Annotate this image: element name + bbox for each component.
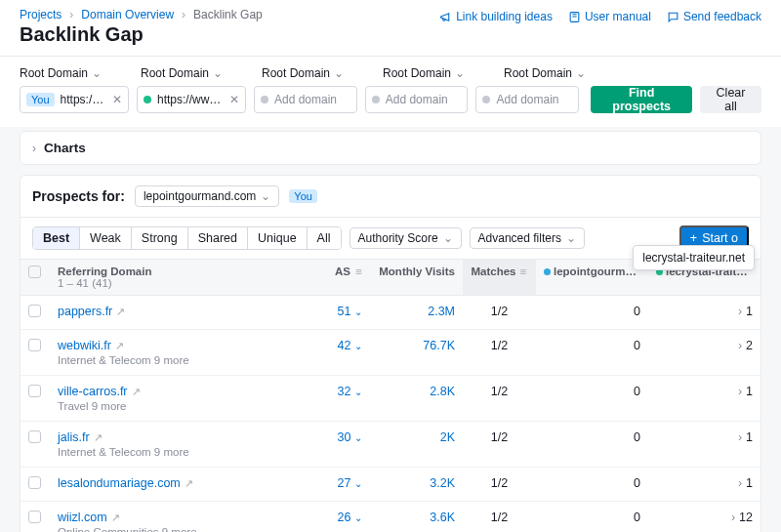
chevron-down-icon: ⌄ (92, 66, 102, 80)
external-link-icon[interactable]: ↗ (185, 477, 193, 489)
competitor1-value: 0 (536, 468, 648, 502)
domain-input-0[interactable]: Youhttps://lep…✕ (20, 86, 129, 113)
visits-value[interactable]: 2.3M (428, 305, 455, 318)
prospects-for-label: Prospects for: (32, 188, 125, 204)
visits-value[interactable]: 2.8K (430, 385, 455, 398)
as-value[interactable]: 26 ⌄ (338, 511, 362, 524)
visits-value[interactable]: 2K (440, 430, 455, 444)
row-checkbox[interactable] (28, 430, 41, 443)
as-value[interactable]: 42 ⌄ (338, 339, 362, 352)
domain-input-1[interactable]: https://www.l…✕ (137, 86, 246, 113)
external-link-icon[interactable]: ↗ (94, 431, 103, 443)
root-domain-label[interactable]: Root Domain⌄ (20, 66, 129, 80)
visits-value[interactable]: 76.7K (423, 339, 455, 352)
advanced-filters[interactable]: Advanced filters⌄ (470, 227, 585, 249)
domain-placeholder: Add domain (274, 93, 350, 106)
link-building-ideas-link[interactable]: Link building ideas (439, 10, 553, 23)
external-link-icon[interactable]: ↗ (132, 386, 141, 397)
clear-all-button[interactable]: Clear all (700, 86, 761, 113)
referring-domain-link[interactable]: webwiki.fr (58, 339, 111, 352)
root-domain-label[interactable]: Root Domain⌄ (383, 66, 492, 80)
prospects-for-value: lepointgourmand.com (144, 189, 256, 203)
chevron-right-icon: › (731, 511, 735, 524)
col-visits[interactable]: Monthly Visits (370, 260, 463, 296)
chevron-right-icon: › (738, 339, 742, 352)
external-link-icon[interactable]: ↗ (116, 306, 125, 317)
competitor2-value[interactable]: ›1 (648, 422, 760, 468)
send-feedback-link[interactable]: Send feedback (667, 10, 761, 23)
charts-label: Charts (44, 141, 86, 155)
prospects-table: Referring Domain1 – 41 (41) AS≡ Monthly … (21, 259, 760, 532)
domain-input-3[interactable]: Add domain (365, 86, 469, 113)
as-value[interactable]: 51 ⌄ (338, 305, 362, 318)
col-competitor-1[interactable]: lepointgourman…≡ (536, 260, 648, 296)
col-referring-domain[interactable]: Referring Domain1 – 41 (41) (50, 260, 311, 296)
chevron-right-icon: › (182, 8, 185, 21)
filter-tab-weak[interactable]: Weak (80, 227, 132, 249)
breadcrumb: Projects › Domain Overview › Backlink Ga… (20, 8, 263, 21)
domain-category: Internet & Telecom 9 more (58, 446, 304, 458)
root-domain-label[interactable]: Root Domain⌄ (262, 66, 371, 80)
plus-icon: + (690, 231, 697, 245)
chevron-right-icon: › (738, 430, 742, 444)
row-checkbox[interactable] (28, 339, 41, 351)
as-value[interactable]: 30 ⌄ (338, 430, 362, 444)
select-all-checkbox[interactable] (28, 266, 41, 278)
dot-icon (544, 268, 551, 275)
external-link-icon[interactable]: ↗ (115, 340, 124, 351)
domain-input-4[interactable]: Add domain (475, 86, 579, 113)
competitor2-value[interactable]: ›12 (648, 502, 760, 533)
matches-value: 1/2 (463, 422, 536, 468)
col-matches[interactable]: Matches≡ (463, 260, 536, 296)
filter-tab-unique[interactable]: Unique (248, 227, 308, 249)
domain-input-2[interactable]: Add domain (254, 86, 357, 113)
competitor2-value[interactable]: ›1 (648, 376, 760, 422)
filter-tab-all[interactable]: All (308, 227, 341, 249)
table-row: webwiki.fr↗Internet & Telecom 9 more42 ⌄… (21, 330, 760, 376)
clear-icon[interactable]: ✕ (229, 93, 239, 106)
competitor2-value[interactable]: ›1 (648, 296, 760, 330)
row-checkbox[interactable] (28, 476, 41, 489)
referring-domain-link[interactable]: lesalondumariage.com (58, 476, 181, 490)
page-title: Backlink Gap (20, 23, 263, 46)
chevron-right-icon: › (69, 8, 73, 21)
chevron-down-icon: ⌄ (354, 387, 362, 397)
as-value[interactable]: 32 ⌄ (338, 385, 362, 398)
col-as[interactable]: AS≡ (311, 260, 370, 296)
referring-domain-link[interactable]: pappers.fr (58, 305, 112, 318)
authority-score-filter[interactable]: Authority Score⌄ (349, 227, 462, 249)
visits-value[interactable]: 3.2K (430, 476, 455, 490)
referring-domain-link[interactable]: ville-carros.fr (58, 385, 128, 398)
filter-tab-strong[interactable]: Strong (132, 227, 188, 249)
matches-value: 1/2 (463, 468, 536, 502)
competitor2-value[interactable]: ›1 (648, 468, 760, 502)
row-checkbox[interactable] (28, 305, 41, 317)
chevron-right-icon: › (32, 142, 36, 155)
prospects-for-selector[interactable]: lepointgourmand.com ⌄ (135, 185, 279, 207)
user-manual-link[interactable]: User manual (568, 10, 651, 23)
chevron-down-icon: ⌄ (261, 189, 270, 203)
referring-domain-link[interactable]: wiizl.com (58, 511, 107, 524)
chat-icon (667, 11, 679, 23)
chevron-down-icon: ⌄ (354, 341, 362, 351)
breadcrumb-overview[interactable]: Domain Overview (81, 8, 174, 21)
filter-tab-shared[interactable]: Shared (188, 227, 248, 249)
column-tooltip: lecrystal-traiteur.net (633, 245, 755, 270)
external-link-icon[interactable]: ↗ (111, 512, 120, 523)
row-checkbox[interactable] (28, 511, 41, 523)
as-value[interactable]: 27 ⌄ (338, 476, 362, 490)
table-row: jalis.fr↗Internet & Telecom 9 more30 ⌄2K… (21, 422, 760, 468)
breadcrumb-projects[interactable]: Projects (20, 8, 62, 21)
root-domain-label[interactable]: Root Domain⌄ (504, 66, 613, 80)
domain-value: https://www.l… (157, 93, 224, 106)
competitor1-value: 0 (536, 296, 648, 330)
referring-domain-link[interactable]: jalis.fr (58, 430, 90, 444)
clear-icon[interactable]: ✕ (112, 93, 122, 106)
competitor2-value[interactable]: ›2 (648, 330, 760, 376)
find-prospects-button[interactable]: Find prospects (591, 86, 692, 113)
charts-panel-toggle[interactable]: › Charts (20, 131, 761, 165)
row-checkbox[interactable] (28, 385, 41, 397)
filter-tab-best[interactable]: Best (33, 227, 80, 249)
root-domain-label[interactable]: Root Domain⌄ (141, 66, 250, 80)
visits-value[interactable]: 3.6K (430, 511, 455, 524)
